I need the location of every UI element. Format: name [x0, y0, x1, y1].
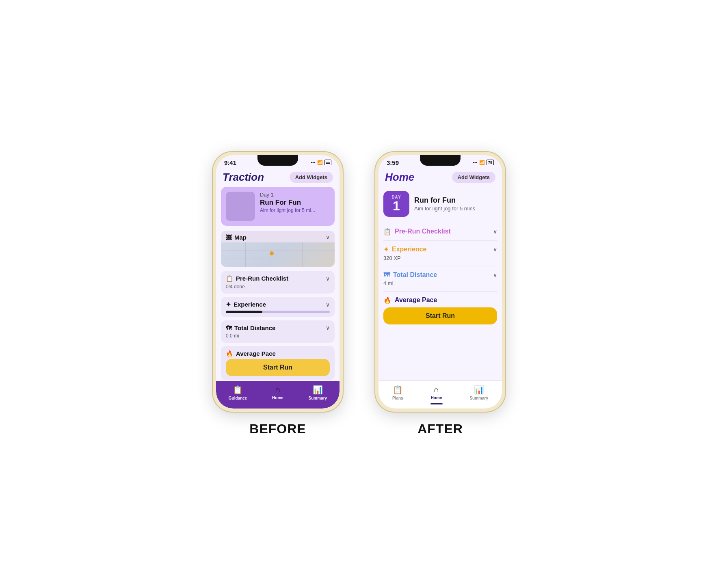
- after-distance-widget[interactable]: 🗺 Total Distance ∨ 4 mi: [383, 266, 497, 292]
- before-exp-fill: [226, 311, 262, 313]
- after-day-title: Run for Fun: [414, 196, 475, 205]
- after-pace-icon: 🔥: [383, 296, 391, 304]
- before-status-time: 9:41: [224, 159, 236, 166]
- after-day-info: Run for Fun Aim for light jog for 5 mins: [414, 196, 475, 212]
- wifi-icon: 📶: [317, 160, 323, 165]
- before-day-thumbnail: [226, 192, 255, 221]
- before-exp-bar: [226, 311, 330, 313]
- after-distance-chevron: ∨: [493, 272, 497, 278]
- map-line-3: [245, 242, 246, 267]
- before-map-chevron: ∨: [326, 234, 330, 240]
- pace-icon: 🔥: [226, 350, 234, 357]
- after-checklist-icon: 📋: [383, 228, 391, 236]
- before-phone-frame: 9:41 ▪▪▪ 📶 ▬ Traction Add Widgets: [213, 152, 343, 412]
- after-add-widgets-button[interactable]: Add Widgets: [452, 172, 495, 183]
- map-dot: [270, 251, 274, 255]
- before-checklist-title: 📋 Pre-Run Checklist: [226, 275, 288, 282]
- after-app-title: Home: [385, 171, 414, 184]
- before-nav-home[interactable]: ⌂ Home: [272, 385, 283, 400]
- before-section: 9:41 ▪▪▪ 📶 ▬ Traction Add Widgets: [213, 152, 343, 437]
- after-experience-chevron: ∨: [493, 246, 497, 253]
- before-distance-widget[interactable]: 🗺 Total Distance ∨ 0.0 mi: [221, 320, 335, 343]
- after-distance-icon: 🗺: [383, 271, 390, 279]
- after-pace-title: 🔥 Average Pace: [383, 296, 497, 304]
- after-scroll-content: DAY 1 Run for Fun Aim for light jog for …: [378, 187, 502, 380]
- before-checklist-header: 📋 Pre-Run Checklist ∨: [226, 275, 330, 282]
- after-distance-title: 🗺 Total Distance: [383, 271, 437, 279]
- before-day-label: Day 1: [260, 192, 330, 198]
- before-pace-title: 🔥 Average Pace: [226, 350, 330, 357]
- before-checklist-sub: 0/4 done: [226, 284, 330, 290]
- experience-icon: ✦: [226, 301, 231, 308]
- before-day-info: Day 1 Run For Fun Aim for light jog for …: [260, 192, 330, 213]
- before-experience-widget[interactable]: ✦ Experience ∨: [221, 297, 335, 317]
- before-map-preview: [221, 242, 335, 267]
- before-nav-guidance-label: Guidance: [229, 396, 247, 400]
- before-distance-header: 🗺 Total Distance ∨: [226, 324, 330, 331]
- map-line-1: [221, 251, 335, 251]
- before-bottom-nav: 📋 Guidance ⌂ Home 📊 Summary: [216, 381, 340, 409]
- after-status-time: 3:59: [387, 159, 399, 166]
- before-distance-chevron: ∨: [326, 324, 330, 331]
- before-nav-guidance[interactable]: 📋 Guidance: [229, 385, 247, 400]
- before-day-desc: Aim for light jog for 5 mi...: [260, 208, 330, 213]
- after-day-desc: Aim for light jog for 5 mins: [414, 205, 475, 212]
- after-experience-title: ✦ Experience: [383, 246, 426, 253]
- after-experience-widget[interactable]: ✦ Experience ∨ 320 XP: [383, 241, 497, 266]
- after-label: AFTER: [417, 422, 463, 437]
- after-battery-icon: 78: [487, 160, 494, 165]
- before-map-header: 🖼 Map ∨: [221, 231, 335, 242]
- checklist-icon: 📋: [226, 275, 234, 282]
- before-label: BEFORE: [249, 422, 306, 437]
- before-map-widget[interactable]: 🖼 Map ∨: [221, 231, 335, 267]
- after-notch: [420, 155, 461, 166]
- after-checklist-widget[interactable]: 📋 Pre-Run Checklist ∨: [383, 223, 497, 241]
- after-checklist-chevron: ∨: [493, 228, 497, 235]
- page-wrapper: 9:41 ▪▪▪ 📶 ▬ Traction Add Widgets: [213, 152, 505, 437]
- after-summary-icon: 📊: [474, 385, 484, 395]
- before-phone-inner: 9:41 ▪▪▪ 📶 ▬ Traction Add Widgets: [216, 155, 340, 409]
- before-nav-home-label: Home: [272, 396, 283, 400]
- after-nav-plans[interactable]: 📋 Plans: [392, 385, 403, 400]
- guidance-icon: 📋: [233, 385, 243, 395]
- after-plans-icon: 📋: [393, 385, 403, 395]
- before-day-title: Run For Fun: [260, 199, 330, 207]
- map-line-5: [302, 242, 303, 267]
- after-phone-inner: 3:59 ▪▪▪ 📶 78 Home Add Widgets: [378, 155, 502, 409]
- summary-icon: 📊: [313, 385, 323, 395]
- after-app-header: Home Add Widgets: [378, 168, 502, 187]
- before-pace-widget: 🔥 Average Pace Start Run: [221, 346, 335, 380]
- before-app-title: Traction: [223, 171, 264, 184]
- after-status-icons: ▪▪▪ 📶 78: [473, 160, 494, 165]
- before-nav-summary-label: Summary: [309, 396, 327, 400]
- before-experience-chevron: ∨: [326, 301, 330, 308]
- after-experience-sub: 320 XP: [383, 255, 497, 261]
- before-add-widgets-button[interactable]: Add Widgets: [290, 172, 333, 183]
- after-start-run-button[interactable]: Start Run: [383, 307, 497, 324]
- distance-icon: 🗺: [226, 324, 232, 331]
- before-experience-title: ✦ Experience: [226, 301, 266, 308]
- battery-icon: ▬: [324, 160, 331, 165]
- home-icon: ⌂: [275, 385, 280, 394]
- after-distance-sub: 4 mi: [383, 280, 497, 286]
- after-distance-header: 🗺 Total Distance ∨: [383, 271, 497, 279]
- after-pace-widget: 🔥 Average Pace Start Run: [383, 292, 497, 329]
- before-status-icons: ▪▪▪ 📶 ▬: [311, 160, 331, 165]
- before-nav-summary[interactable]: 📊 Summary: [309, 385, 327, 400]
- map-icon: 🖼: [226, 234, 232, 241]
- after-nav-summary-label: Summary: [469, 396, 488, 400]
- before-experience-header: ✦ Experience ∨: [226, 301, 330, 308]
- before-distance-title: 🗺 Total Distance: [226, 324, 275, 331]
- after-experience-header: ✦ Experience ∨: [383, 246, 497, 253]
- map-line-4: [274, 242, 274, 267]
- after-section: 3:59 ▪▪▪ 📶 78 Home Add Widgets: [375, 152, 505, 437]
- after-nav-home[interactable]: ⌂ Home: [431, 385, 442, 400]
- before-start-run-button[interactable]: Start Run: [226, 359, 330, 376]
- after-bottom-nav: 📋 Plans ⌂ Home 📊 Summary: [378, 380, 502, 409]
- before-notch: [257, 155, 298, 166]
- after-signal-icon: ▪▪▪: [473, 160, 478, 165]
- after-nav-summary[interactable]: 📊 Summary: [469, 385, 488, 400]
- after-nav-home-label: Home: [431, 396, 442, 400]
- after-phone-frame: 3:59 ▪▪▪ 📶 78 Home Add Widgets: [375, 152, 505, 412]
- before-checklist-widget[interactable]: 📋 Pre-Run Checklist ∨ 0/4 done: [221, 271, 335, 294]
